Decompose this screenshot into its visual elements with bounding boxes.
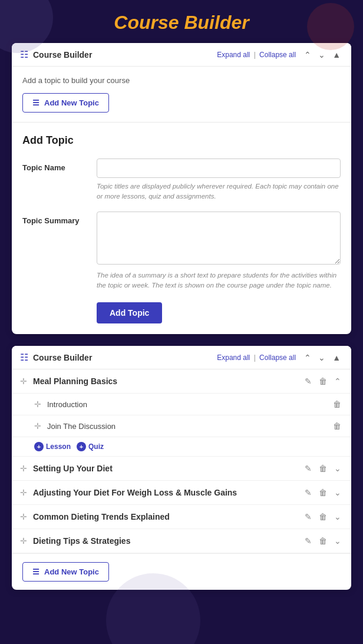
card1-down-btn[interactable]: ⌄ xyxy=(316,49,328,60)
lesson-name-join-discussion: Join The Discussion xyxy=(47,422,331,431)
topic-meal-planning: ✛ Meal Planning Basics ✎ 🗑 ⌃ xyxy=(12,369,351,394)
expand-topic-dieting-trends[interactable]: ⌄ xyxy=(332,511,343,523)
edit-topic-meal-planning[interactable]: ✎ xyxy=(303,375,314,387)
card2-close-btn[interactable]: ▲ xyxy=(330,352,343,363)
card1-close-btn[interactable]: ▲ xyxy=(330,49,343,60)
topic-name-adjusting-diet: Adjusting Your Diet For Weigh Loss & Mus… xyxy=(33,488,303,497)
delete-topic-dieting-tips[interactable]: 🗑 xyxy=(317,535,329,547)
topic-actions-dieting-trends: ✎ 🗑 ⌄ xyxy=(303,511,343,523)
topic-setting-up-diet: ✛ Setting Up Your Diet ✎ 🗑 ⌄ xyxy=(12,457,351,481)
expand-all-link1[interactable]: Expand all xyxy=(217,51,250,59)
topic-summary-label: Topic Summary xyxy=(22,212,87,291)
expand-topic-setting-up-diet[interactable]: ⌄ xyxy=(332,463,343,474)
topic-name-dieting-tips: Dieting Tips & Strategies xyxy=(33,536,303,546)
topic-actions-adjusting-diet: ✎ 🗑 ⌄ xyxy=(303,487,343,498)
collapse-all-link1[interactable]: Collapse all xyxy=(259,51,296,59)
delete-topic-adjusting-diet[interactable]: 🗑 xyxy=(317,487,329,498)
topic-summary-input[interactable] xyxy=(97,212,341,265)
lesson-join-discussion: ✛ Join The Discussion 🗑 xyxy=(12,415,351,437)
topic-name-input[interactable] xyxy=(97,158,341,178)
drag-handle-dieting-trends[interactable]: ✛ xyxy=(20,512,27,521)
course-builder-card: ☷ Course Builder Expand all | Collapse a… xyxy=(12,346,351,590)
add-topic-card: ☷ Course Builder Expand all | Collapse a… xyxy=(12,43,351,334)
topic-summary-field: The idea of a summary is a short text to… xyxy=(97,212,341,291)
drag-handle-adjusting-diet[interactable]: ✛ xyxy=(20,488,27,497)
course-builder-icon2: ☷ xyxy=(20,352,28,363)
add-new-topic-btn-top[interactable]: ☰ Add New Topic xyxy=(22,93,109,113)
lesson-introduction: ✛ Introduction 🗑 xyxy=(12,394,351,415)
delete-topic-setting-up-diet[interactable]: 🗑 xyxy=(317,463,329,474)
delete-lesson-join-discussion[interactable]: 🗑 xyxy=(331,420,343,432)
add-quiz-btn[interactable]: + Quiz xyxy=(77,442,104,451)
card1-header-links: Expand all | Collapse all xyxy=(217,51,296,59)
expand-topic-dieting-tips[interactable]: ⌄ xyxy=(332,535,343,547)
edit-topic-dieting-tips[interactable]: ✎ xyxy=(303,535,314,547)
deco-circle-topright xyxy=(307,3,354,50)
topic-name-dieting-trends: Common Dieting Trends Explained xyxy=(33,512,303,521)
card1-header: ☷ Course Builder Expand all | Collapse a… xyxy=(12,43,351,67)
lesson-name-introduction: Introduction xyxy=(47,400,331,409)
add-topic-hint: Add a topic to build your course xyxy=(22,76,341,85)
edit-topic-adjusting-diet[interactable]: ✎ xyxy=(303,487,314,498)
add-new-topic-icon-bottom: ☰ xyxy=(32,567,39,576)
card1-up-btn[interactable]: ⌃ xyxy=(302,49,314,60)
add-lesson-label: Lesson xyxy=(46,442,71,451)
delete-topic-meal-planning[interactable]: 🗑 xyxy=(317,375,329,387)
topic-summary-hint: The idea of a summary is a short text to… xyxy=(97,270,341,291)
delete-lesson-introduction[interactable]: 🗑 xyxy=(331,398,343,410)
card2-up-btn[interactable]: ⌃ xyxy=(302,352,314,363)
card1-body: Add a topic to build your course ☰ Add N… xyxy=(12,67,351,122)
card1-controls: ⌃ ⌄ ▲ xyxy=(302,49,343,60)
add-new-topic-btn-bottom[interactable]: ☰ Add New Topic xyxy=(22,562,109,582)
expand-all-link2[interactable]: Expand all xyxy=(217,354,250,362)
add-lesson-btn[interactable]: + Lesson xyxy=(34,442,71,451)
drag-handle-setting-up-diet[interactable]: ✛ xyxy=(20,464,27,473)
add-quiz-label: Quiz xyxy=(88,442,104,451)
add-lesson-plus-icon: + xyxy=(34,442,44,451)
collapse-all-link2[interactable]: Collapse all xyxy=(259,354,296,362)
topic-name-row: Topic Name Topic titles are displayed pu… xyxy=(22,158,341,202)
card2-header: ☷ Course Builder Expand all | Collapse a… xyxy=(12,346,351,369)
expand-topic-adjusting-diet[interactable]: ⌄ xyxy=(332,487,343,498)
add-topic-form: Add Topic Topic Name Topic titles are di… xyxy=(12,122,351,334)
card2-controls: ⌃ ⌄ ▲ xyxy=(302,352,343,363)
topic-dieting-tips: ✛ Dieting Tips & Strategies ✎ 🗑 ⌄ xyxy=(12,529,351,553)
delete-topic-dieting-trends[interactable]: 🗑 xyxy=(317,511,329,523)
topic-name-hint: Topic titles are displayed publicly wher… xyxy=(97,181,341,202)
add-quiz-plus-icon: + xyxy=(77,442,86,451)
topic-summary-row: Topic Summary The idea of a summary is a… xyxy=(22,212,341,291)
topic-name-setting-up-diet: Setting Up Your Diet xyxy=(33,464,303,473)
edit-topic-dieting-trends[interactable]: ✎ xyxy=(303,511,314,523)
card2-title: Course Builder xyxy=(33,353,217,362)
add-new-topic-icon-top: ☰ xyxy=(32,98,39,107)
edit-topic-setting-up-diet[interactable]: ✎ xyxy=(303,463,314,474)
card2-header-links: Expand all | Collapse all xyxy=(217,354,296,362)
topic-actions-dieting-tips: ✎ 🗑 ⌄ xyxy=(303,535,343,547)
topic-name-field: Topic titles are displayed publicly wher… xyxy=(97,158,341,202)
topic-name-label: Topic Name xyxy=(22,158,87,202)
form-section-title: Add Topic xyxy=(22,134,341,147)
topic-name-meal-planning: Meal Planning Basics xyxy=(33,377,303,386)
drag-handle-introduction[interactable]: ✛ xyxy=(34,399,41,409)
lesson-add-row: + Lesson + Quiz xyxy=(12,437,351,457)
topic-dieting-trends: ✛ Common Dieting Trends Explained ✎ 🗑 ⌄ xyxy=(12,505,351,529)
topic-actions-meal-planning: ✎ 🗑 ⌃ xyxy=(303,375,343,387)
drag-handle-join-discussion[interactable]: ✛ xyxy=(34,421,41,431)
drag-handle-meal-planning[interactable]: ✛ xyxy=(20,377,27,386)
card1-title: Course Builder xyxy=(33,50,217,60)
card2-down-btn[interactable]: ⌄ xyxy=(316,352,328,363)
add-topic-submit-btn[interactable]: Add Topic xyxy=(97,302,162,323)
topic-adjusting-diet: ✛ Adjusting Your Diet For Weigh Loss & M… xyxy=(12,481,351,505)
collapse-topic-meal-planning[interactable]: ⌃ xyxy=(332,375,343,387)
topic-actions-setting-up-diet: ✎ 🗑 ⌄ xyxy=(303,463,343,474)
drag-handle-dieting-tips[interactable]: ✛ xyxy=(20,536,27,546)
